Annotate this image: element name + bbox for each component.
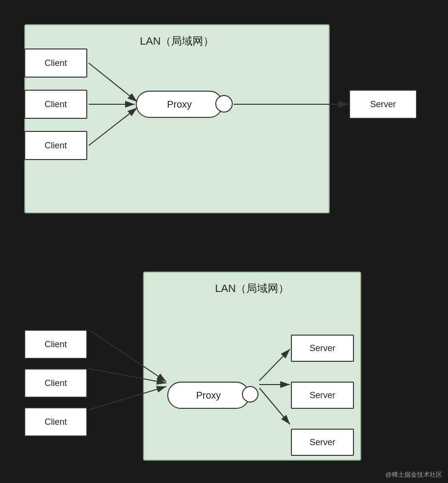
diagram2-client1: Client (24, 330, 87, 359)
diagram2-client2: Client (24, 369, 87, 398)
diagram1-lan-label: LAN（局域网） (140, 34, 214, 48)
diagram1-proxy-circle (215, 95, 233, 113)
diagram1-client1: Client (24, 48, 87, 78)
main-container: LAN（局域网） Client Client Client Proxy Serv… (0, 0, 448, 483)
watermark: @稀土掘金技术社区 (385, 470, 442, 479)
diagram2-proxy-circle (242, 386, 258, 402)
diagram2-server2: Server (291, 382, 354, 409)
diagram2-client3: Client (24, 407, 87, 436)
diagram2-proxy: Proxy (167, 382, 250, 409)
diagram1-proxy: Proxy (136, 91, 223, 118)
diagram2-lan-label: LAN（局域网） (215, 281, 289, 296)
diagram2-server1: Server (291, 335, 354, 362)
diagram1-server: Server (349, 90, 417, 119)
diagram1-client2: Client (24, 90, 87, 119)
diagram1-client3: Client (24, 131, 87, 160)
diagram2-server3: Server (291, 429, 354, 456)
